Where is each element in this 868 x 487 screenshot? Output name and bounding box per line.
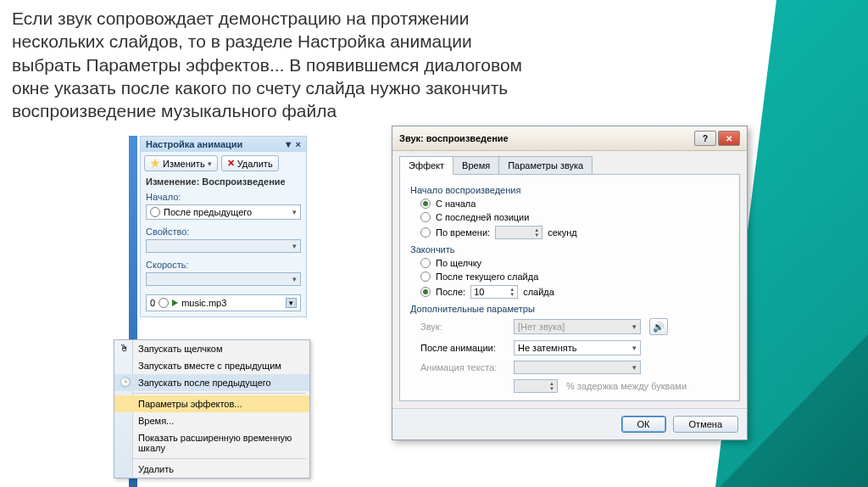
delay-label: % задержка между буквами [566,381,687,391]
speaker-icon: 🔊 [653,322,665,333]
spinner-icon[interactable]: ▲▼ [509,287,515,297]
chevron-down-icon: ▾ [632,344,637,352]
radio-icon [420,227,431,238]
menu-item-start-click[interactable]: 🖱 Запускать щелчком [114,340,309,357]
chevron-down-icon: ▾ [632,363,637,372]
menu-label: Запускать щелчком [138,344,223,354]
chevron-down-icon: ▾ [292,208,297,216]
start-select[interactable]: После предыдущего ▾ [146,204,301,220]
menu-item-start-after[interactable]: 🕒 Запускать после предыдущего [114,374,309,391]
radio-after-n-slides[interactable]: После: 10 ▲▼ слайда [410,283,729,300]
radio-by-time[interactable]: По времени: ▲▼ секунд [410,224,729,241]
radio-label: С начала [436,199,476,209]
menu-label: Время... [138,416,174,426]
start-label: Начало: [141,188,306,203]
radio-label: С последней позиции [436,212,529,222]
clock-icon: 🕒 [120,377,131,389]
close-button[interactable]: ✕ [718,131,740,146]
text-anim-combo: ▾ [514,361,641,374]
delete-button[interactable]: ✕ Удалить [221,155,279,171]
delete-label: Удалить [237,159,273,169]
radio-label: После текущего слайда [436,271,538,282]
item-filename: music.mp3 [181,298,226,308]
end-playback-label: Закончить [410,244,729,255]
tab-timing[interactable]: Время [453,156,499,175]
clock-icon [150,207,160,217]
star-icon [150,159,160,169]
ok-button[interactable]: ОК [621,416,666,433]
play-icon [172,299,178,306]
menu-item-delete[interactable]: Удалить [114,461,309,478]
menu-item-timeline[interactable]: Показать расширенную временную шкалу [114,429,309,456]
radio-label: По времени: [436,227,490,238]
speed-select: ▾ [146,272,301,286]
dialog-tabs: Эффект Время Параметры звука [392,151,747,175]
dialog-footer: ОК Отмена [392,408,747,439]
pane-toolbar: Изменить ▾ ✕ Удалить [141,152,306,175]
context-menu: 🖱 Запускать щелчком Запускать вместе с п… [114,339,310,479]
menu-item-timing[interactable]: Время... [114,412,309,429]
chevron-down-icon: ▾ [632,322,637,331]
chevron-down-icon: ▾ [292,275,297,283]
radio-current-slide[interactable]: После текущего слайда [410,270,729,283]
radio-label: После: [436,287,465,297]
change-label: Изменить [163,159,205,169]
after-anim-label: После анимации: [420,343,505,353]
radio-label: По щелчку [436,258,481,268]
sound-combo: [Нет звука] ▾ [514,319,641,334]
chevron-down-icon[interactable]: ▼ × [284,139,301,149]
radio-icon [420,271,431,282]
pane-title-bar: Настройка анимации ▼ × [141,137,306,152]
tab-effect-panel: Начало воспроизведения С начала С послед… [399,174,740,401]
radio-icon [420,212,431,222]
dialog-title: Звук: воспроизведение [399,133,509,143]
start-value: После предыдущего [164,207,252,217]
menu-label: Запускать вместе с предыдущим [138,361,281,371]
sound-playback-dialog: Звук: воспроизведение ? ✕ Эффект Время П… [392,126,748,440]
help-button[interactable]: ? [694,131,716,146]
after-slides-input[interactable]: 10 ▲▼ [470,285,518,299]
tab-sound-params[interactable]: Параметры звука [498,156,593,175]
cancel-button[interactable]: Отмена [673,416,738,433]
radio-icon [420,287,431,297]
property-label: Свойство: [141,223,306,238]
after-value: 10 [474,287,484,297]
sound-label: Звук: [420,322,505,332]
mouse-icon: 🖱 [120,343,131,355]
x-icon: ✕ [227,158,235,169]
radio-icon [420,258,431,268]
chevron-down-icon: ▾ [208,160,212,168]
animation-list-item[interactable]: 0 music.mp3 ▾ [146,294,301,311]
menu-item-effect-options[interactable]: Параметры эффектов... [114,395,309,412]
seconds-label: секунд [548,227,577,238]
menu-label: Запускать после предыдущего [138,378,271,388]
radio-last-pos[interactable]: С последней позиции [410,210,729,224]
clock-icon [159,298,169,308]
menu-divider [118,458,306,459]
radio-on-click[interactable]: По щелчку [410,256,729,270]
menu-label: Удалить [138,464,174,474]
spinner-icon: ▲▼ [549,381,554,391]
text-anim-label: Анимация текста: [420,362,505,372]
speaker-button[interactable]: 🔊 [649,318,668,335]
change-section-label: Изменение: Воспроизведение [141,175,306,188]
chevron-down-icon: ▾ [292,242,297,250]
spinner-icon: ▲▼ [534,227,539,238]
time-input: ▲▼ [495,226,542,239]
start-playback-label: Начало воспроизведения [410,185,729,195]
extra-params-label: Дополнительные параметры [410,304,729,314]
delay-input: ▲▼ [514,379,558,393]
menu-item-start-with[interactable]: Запускать вместе с предыдущим [114,357,309,374]
change-button[interactable]: Изменить ▾ [144,155,218,171]
after-anim-value: Не затемнять [518,343,576,353]
radio-icon [420,199,431,209]
property-select: ▾ [146,239,301,253]
menu-label: Параметры эффектов... [138,399,242,409]
animation-task-pane: Настройка анимации ▼ × Изменить ▾ ✕ Удал… [140,136,307,317]
tab-effect[interactable]: Эффект [399,156,453,175]
menu-label: Показать расширенную временную шкалу [138,433,292,453]
after-anim-combo[interactable]: Не затемнять ▾ [514,340,641,355]
speed-label: Скорость: [141,256,306,271]
item-dropdown-icon[interactable]: ▾ [286,298,297,308]
radio-from-begin[interactable]: С начала [410,197,729,210]
